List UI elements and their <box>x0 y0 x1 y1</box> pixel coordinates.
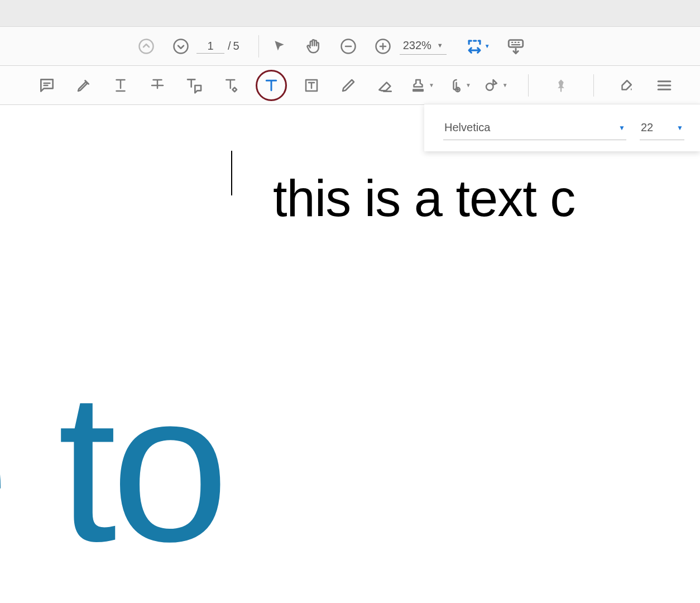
pin-button[interactable] <box>549 73 573 98</box>
attach-button[interactable]: ▼ <box>447 73 471 98</box>
svg-point-0 <box>140 39 154 53</box>
strikethrough-text-button[interactable] <box>145 73 170 98</box>
hand-tool-button[interactable] <box>301 34 326 59</box>
chevron-down-icon: ▼ <box>502 82 508 88</box>
draw-button[interactable] <box>336 73 361 98</box>
highlight-button[interactable] <box>71 73 96 98</box>
text-comment-button[interactable] <box>182 73 207 98</box>
text-tool-button-active[interactable] <box>256 70 287 101</box>
stamp-button[interactable]: ▼ <box>410 73 434 98</box>
font-name-select[interactable]: Helvetica ▼ <box>443 118 626 140</box>
text-box-button[interactable] <box>299 73 324 98</box>
chevron-down-icon: ▼ <box>619 124 625 132</box>
underline-text-button[interactable] <box>108 73 133 98</box>
toolbar-divider <box>593 74 594 97</box>
svg-rect-4 <box>509 40 523 47</box>
window-titlebar <box>0 0 700 27</box>
prev-page-button[interactable] <box>134 34 159 59</box>
next-page-button[interactable] <box>169 34 193 59</box>
font-size-value: 22 <box>641 121 653 134</box>
zoom-value: 232% <box>403 39 431 52</box>
fill-color-button[interactable] <box>614 73 639 98</box>
keyboard-toggle-button[interactable] <box>504 34 528 59</box>
zoom-select[interactable]: 232% ▼ <box>400 38 447 55</box>
page-number-input[interactable] <box>196 39 224 54</box>
select-tool-button[interactable] <box>267 34 291 59</box>
zoom-out-button[interactable] <box>336 34 361 59</box>
chevron-down-icon: ▼ <box>429 82 434 88</box>
svg-point-7 <box>486 83 493 90</box>
eraser-button[interactable] <box>373 73 397 98</box>
main-toolbar: / 5 232% ▼ ▼ <box>0 27 700 66</box>
chevron-down-icon[interactable]: ▼ <box>485 43 490 49</box>
svg-point-1 <box>174 39 188 53</box>
text-cursor <box>231 151 232 195</box>
font-popup: Helvetica ▼ 22 ▼ <box>424 104 700 151</box>
toolbar-divider <box>258 35 259 58</box>
document-canvas[interactable]: this is a text c me to <box>0 105 700 603</box>
document-heading-text: me to <box>0 345 223 589</box>
chevron-down-icon: ▼ <box>437 42 443 49</box>
line-style-button[interactable] <box>652 73 677 98</box>
sticky-note-button[interactable] <box>35 73 59 98</box>
page-total: 5 <box>233 40 239 52</box>
edit-toolbar: ▼ ▼ ▼ Helvetica ▼ 22 ▼ <box>0 66 700 105</box>
toolbar-divider <box>528 74 529 97</box>
font-name-value: Helvetica <box>444 121 490 134</box>
fit-width-button[interactable] <box>462 34 487 59</box>
shapes-button[interactable]: ▼ <box>483 73 508 98</box>
typed-text[interactable]: this is a text c <box>273 169 575 228</box>
page-separator: / <box>228 40 231 52</box>
chevron-down-icon: ▼ <box>466 82 471 88</box>
zoom-in-button[interactable] <box>371 34 395 59</box>
font-size-select[interactable]: 22 ▼ <box>640 118 684 140</box>
chevron-down-icon: ▼ <box>677 124 683 132</box>
text-callout-button[interactable] <box>219 73 243 98</box>
